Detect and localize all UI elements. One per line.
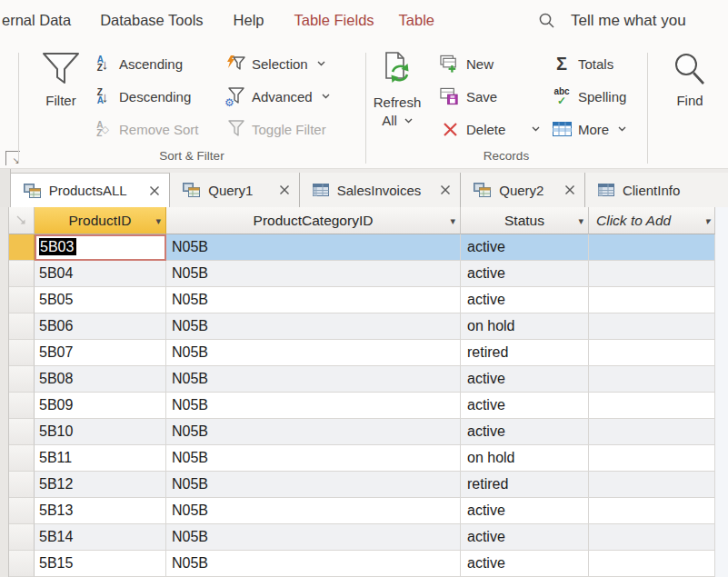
new-record-button[interactable]: New — [440, 52, 494, 75]
select-all-corner[interactable] — [9, 207, 35, 234]
cell-status[interactable]: active — [461, 234, 589, 261]
dropdown-arrow-icon[interactable]: ▾ — [578, 214, 583, 226]
dropdown-arrow-icon[interactable]: ▾ — [155, 214, 161, 226]
spelling-button[interactable]: abc✓ Spelling — [552, 85, 626, 108]
cell-product-category-id[interactable]: N05B — [166, 498, 461, 524]
row-selector[interactable] — [9, 445, 35, 472]
close-icon[interactable] — [266, 184, 290, 195]
cell-product-category-id[interactable]: N05B — [166, 287, 461, 313]
row-selector[interactable] — [9, 551, 35, 577]
toggle-filter-button[interactable]: Toggle Filter — [225, 117, 326, 141]
menu-table-fields[interactable]: Table Fields — [294, 12, 374, 29]
row-selector[interactable] — [9, 313, 35, 340]
refresh-all-button[interactable]: Refresh All — [369, 50, 425, 152]
cell-product-id[interactable]: 5B14 — [35, 524, 166, 551]
cell-click-to-add[interactable] — [589, 287, 715, 313]
cell-product-category-id[interactable]: N05B — [166, 551, 461, 577]
cell-product-category-id[interactable]: N05B — [166, 366, 461, 393]
ascending-button[interactable]: AZ↓ Ascending — [93, 52, 183, 75]
cell-click-to-add[interactable] — [589, 261, 715, 287]
row-selector[interactable] — [9, 234, 35, 261]
cell-product-category-id[interactable]: N05B — [166, 445, 461, 472]
column-header-click-to-add[interactable]: Click to Add ▾ — [589, 207, 715, 234]
cell-status[interactable]: active — [461, 261, 589, 287]
cell-product-category-id[interactable]: N05B — [166, 524, 461, 551]
cell-product-category-id[interactable]: N05B — [166, 313, 461, 340]
cell-product-category-id[interactable]: N05B — [166, 419, 461, 445]
cell-click-to-add[interactable] — [589, 472, 715, 498]
more-button[interactable]: More — [552, 117, 626, 141]
cell-product-category-id[interactable]: N05B — [166, 261, 461, 287]
column-header-product-id[interactable]: ProductID ▾ — [35, 207, 166, 234]
row-selector[interactable] — [9, 287, 35, 313]
tab-query1[interactable]: Query1 — [170, 173, 300, 207]
row-selector[interactable] — [9, 340, 35, 366]
cell-product-id[interactable]: 5B07 — [35, 340, 166, 366]
cell-click-to-add[interactable] — [589, 498, 715, 524]
cell-product-id[interactable]: 5B09 — [35, 393, 166, 419]
save-record-button[interactable]: Save — [440, 85, 497, 108]
cell-product-id[interactable]: 5B15 — [35, 551, 166, 577]
menu-help[interactable]: Help — [234, 12, 264, 29]
cell-product-id[interactable]: 5B12 — [35, 472, 166, 498]
cell-product-id[interactable]: 5B13 — [35, 498, 166, 524]
cell-status[interactable]: retired — [461, 340, 589, 366]
cell-status[interactable]: active — [461, 393, 589, 419]
chevron-down-icon[interactable] — [532, 126, 540, 132]
row-selector[interactable] — [9, 261, 35, 287]
column-header-status[interactable]: Status ▾ — [461, 207, 589, 234]
cell-click-to-add[interactable] — [589, 366, 715, 393]
cell-status[interactable]: active — [461, 366, 589, 393]
cell-status[interactable]: retired — [461, 472, 589, 498]
cell-click-to-add[interactable] — [589, 313, 715, 340]
row-selector[interactable] — [9, 524, 35, 551]
totals-button[interactable]: Σ Totals — [552, 52, 613, 75]
cell-status[interactable]: on hold — [461, 445, 589, 472]
cell-product-id[interactable]: 5B05 — [35, 287, 166, 313]
advanced-button[interactable]: ⚙ Advanced — [225, 85, 330, 108]
cell-status[interactable]: active — [461, 498, 589, 524]
row-selector[interactable] — [9, 419, 35, 445]
tab-clientinfo[interactable]: ClientInfo — [585, 173, 728, 207]
cell-status[interactable]: active — [461, 287, 589, 313]
cell-product-id[interactable]: 5B11 — [35, 445, 166, 472]
cell-click-to-add[interactable] — [589, 524, 715, 551]
dropdown-arrow-icon[interactable]: ▾ — [450, 214, 455, 226]
cell-product-category-id[interactable]: N05B — [166, 472, 461, 498]
row-selector[interactable] — [9, 366, 35, 393]
cell-status[interactable]: active — [461, 551, 589, 577]
menu-external-data[interactable]: ernal Data — [2, 12, 71, 29]
descending-button[interactable]: ZA↓ Descending — [93, 85, 191, 108]
delete-record-button[interactable]: Delete — [440, 117, 540, 141]
row-selector[interactable] — [9, 498, 35, 524]
tab-productsall[interactable]: ProductsALL — [11, 173, 171, 207]
cell-click-to-add[interactable] — [589, 551, 715, 577]
close-icon[interactable] — [427, 184, 451, 195]
cell-product-category-id[interactable]: N05B — [166, 393, 461, 419]
cell-status[interactable]: active — [461, 524, 589, 551]
close-icon[interactable] — [136, 185, 160, 196]
tab-query2[interactable]: Query2 — [461, 173, 585, 207]
cell-click-to-add[interactable] — [589, 419, 715, 445]
cell-click-to-add[interactable] — [589, 340, 715, 366]
row-selector[interactable] — [9, 393, 35, 419]
menu-table[interactable]: Table — [399, 12, 434, 29]
tab-salesinvoices[interactable]: SalesInvoices — [300, 173, 461, 207]
cell-status[interactable]: active — [461, 419, 589, 445]
cell-click-to-add[interactable] — [589, 234, 715, 261]
close-icon[interactable] — [552, 184, 575, 195]
filter-button[interactable]: Filter — [31, 50, 91, 152]
cell-product-id[interactable]: 5B08 — [35, 366, 166, 393]
cell-product-id[interactable]: 5B04 — [35, 261, 166, 287]
row-selector[interactable] — [9, 472, 35, 498]
dropdown-arrow-icon[interactable]: ▾ — [704, 214, 710, 226]
cell-product-category-id[interactable]: N05B — [166, 340, 461, 366]
find-button[interactable]: Find — [662, 50, 718, 152]
selection-button[interactable]: Selection — [225, 52, 325, 75]
cell-product-category-id[interactable]: N05B — [166, 234, 461, 261]
column-header-product-category-id[interactable]: ProductCategoryID ▾ — [166, 207, 461, 234]
cell-product-id[interactable]: 5B03 — [35, 234, 166, 261]
tell-me-box[interactable]: Tell me what you — [538, 12, 686, 30]
cell-product-id[interactable]: 5B06 — [35, 313, 166, 340]
remove-sort-button[interactable]: AZ◇ Remove Sort — [93, 117, 199, 141]
